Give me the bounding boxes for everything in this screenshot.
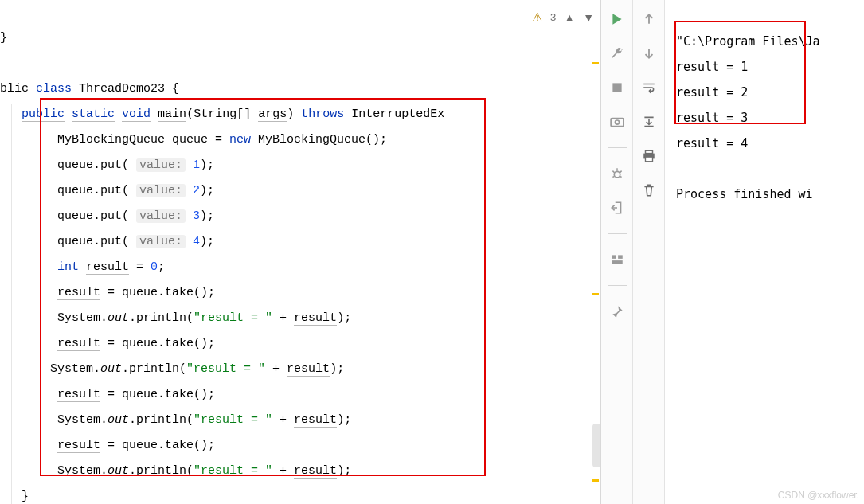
code-line: } [0, 490, 29, 503]
code-editor[interactable]: ⚠ 3 ▲ ▼ } blic class ThreadDemo23 { publ… [0, 0, 600, 504]
arrow-down-icon[interactable] [638, 42, 660, 64]
code-line: queue.put( value: 1); [0, 158, 214, 172]
console-line: result = 4 [676, 136, 748, 150]
trash-icon[interactable] [638, 179, 660, 201]
run-button[interactable] [606, 8, 628, 30]
run-toolwindow-toolbars [600, 0, 665, 504]
svg-rect-0 [612, 83, 621, 92]
console-toolbar [633, 0, 665, 504]
code-line: System.out.println("result = " + result)… [0, 413, 351, 428]
print-icon[interactable] [638, 145, 660, 167]
code-line: result = queue.take(); [0, 337, 215, 351]
exit-icon[interactable] [606, 197, 628, 219]
code-line: } [0, 31, 7, 45]
scroll-to-end-icon[interactable] [638, 111, 660, 133]
code-line: result = queue.take(); [0, 388, 215, 402]
run-console[interactable]: "C:\Program Files\Ja result = 1 result =… [665, 0, 864, 504]
svg-point-2 [615, 120, 619, 124]
code-line: result = queue.take(); [0, 439, 215, 453]
code-line: blic class ThreadDemo23 { [0, 82, 179, 96]
code-line: System.out.println("result = " + result)… [0, 362, 344, 377]
code-line: queue.put( value: 3); [0, 209, 214, 223]
code-line: queue.put( value: 2); [0, 184, 214, 197]
warning-mark[interactable] [592, 293, 599, 295]
wrench-icon[interactable] [606, 42, 628, 64]
console-line: result = 1 [676, 60, 748, 74]
console-line: Process finished wi [676, 187, 813, 201]
arrow-up-icon[interactable] [638, 8, 660, 30]
code-line: MyBlockingQueue queue = new MyBlockingQu… [0, 133, 387, 147]
console-line: result = 3 [676, 111, 748, 125]
code-line: result = queue.take(); [0, 286, 215, 300]
svg-rect-1 [611, 119, 624, 127]
separator [608, 147, 627, 148]
code-line: int result = 0; [0, 260, 165, 275]
separator [608, 233, 627, 234]
separator [608, 285, 627, 286]
scrollbar-thumb[interactable] [592, 424, 600, 467]
console-line: result = 2 [676, 85, 748, 100]
run-toolbar-primary [601, 0, 633, 504]
debug-bug-icon[interactable] [606, 162, 628, 185]
layout-icon[interactable] [606, 248, 628, 271]
svg-rect-6 [612, 260, 623, 264]
stop-button[interactable] [606, 76, 628, 99]
console-line: "C:\Program Files\Ja [676, 34, 820, 49]
svg-point-3 [614, 171, 620, 177]
code-body[interactable]: } blic class ThreadDemo23 { public stati… [0, 0, 600, 504]
code-line: System.out.println("result = " + result)… [0, 464, 351, 479]
soft-wrap-icon[interactable] [638, 76, 660, 99]
warning-mark[interactable] [592, 62, 599, 64]
svg-rect-5 [618, 255, 623, 259]
code-line: public static void main(String[] args) t… [0, 107, 444, 122]
svg-rect-9 [645, 157, 652, 162]
code-line: System.out.println("result = " + result)… [0, 311, 351, 326]
code-line: queue.put( value: 4); [0, 235, 214, 248]
warning-mark[interactable] [592, 479, 599, 482]
pin-icon[interactable] [606, 300, 628, 322]
camera-icon[interactable] [606, 111, 628, 133]
svg-rect-7 [645, 150, 652, 153]
watermark: CSDN @xxxflower. [778, 490, 859, 501]
svg-rect-4 [612, 255, 616, 259]
